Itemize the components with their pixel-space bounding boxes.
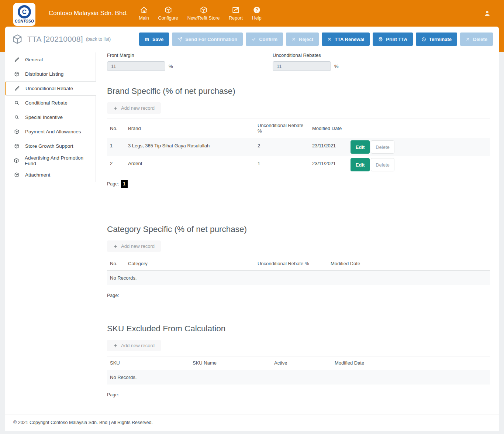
sidebar-item-unconditional-rebate[interactable]: Unconditional Rebate xyxy=(5,81,96,96)
sku-excluded-section: SKU Excluded From Calculation Add new re… xyxy=(107,324,490,399)
back-to-list-link[interactable]: (back to list) xyxy=(86,37,111,42)
unconditional-rebates-input[interactable] xyxy=(273,61,331,71)
page-title: TTA [20210008] xyxy=(27,35,83,44)
cross-icon xyxy=(291,37,296,41)
col-header-rebate: Unconditional Rebate % xyxy=(255,119,309,138)
footer: © 2021 Copyright Contoso Malaysia Sdn. B… xyxy=(5,414,499,431)
rebate-summary-form: Front Margin % Unconditional Rebates % xyxy=(107,52,490,71)
ban-icon xyxy=(421,37,426,42)
chart-icon xyxy=(232,6,240,14)
cube-icon xyxy=(14,172,20,178)
nav-item-new-refit-store[interactable]: New/Refit Store xyxy=(186,5,221,21)
cell-rebate: 1 xyxy=(255,156,309,174)
delete-button[interactable]: Delete xyxy=(460,33,493,46)
sidebar: General Distributor Listing Unconditiona… xyxy=(5,52,96,414)
cube-icon xyxy=(14,158,19,163)
cube-icon xyxy=(14,143,20,149)
col-header-sku: SKU xyxy=(107,356,190,370)
sidebar-item-attachment[interactable]: Attachment xyxy=(5,168,96,182)
front-margin-group: Front Margin % xyxy=(107,52,273,71)
edit-button[interactable]: Edit xyxy=(351,158,370,171)
page-label: Page: xyxy=(107,392,119,397)
sidebar-item-distributor-listing[interactable]: Distributor Listing xyxy=(5,67,96,81)
category-section-title: Category Specific (% of net purchase) xyxy=(107,225,490,234)
cell-no: 2 xyxy=(107,156,125,174)
contoso-logo-icon: C xyxy=(18,5,31,18)
help-icon xyxy=(253,6,261,14)
category-add-new-record-button[interactable]: Add new record xyxy=(107,240,161,252)
sidebar-item-general[interactable]: General xyxy=(5,52,96,67)
send-icon xyxy=(177,37,182,42)
col-header-no: No. xyxy=(107,257,125,271)
sidebar-item-conditional-rebate[interactable]: Conditional Rebate xyxy=(5,96,96,110)
front-margin-input[interactable] xyxy=(107,61,165,71)
col-header-modified: Modified Date xyxy=(332,356,490,370)
reject-button[interactable]: Reject xyxy=(286,33,319,46)
table-row: 2 Ardent 1 23/11/2021 Edit Delete xyxy=(107,156,490,174)
category-specific-section: Category Specific (% of net purchase) Ad… xyxy=(107,225,490,300)
col-header-rebate: Unconditional Rebate % xyxy=(255,257,328,271)
no-records-text: No Records. xyxy=(107,271,490,286)
unconditional-rebates-group: Unconditional Rebates % xyxy=(273,52,438,71)
main-nav: Main Configure New/Refit Store Report He… xyxy=(138,5,263,21)
cell-rebate: 2 xyxy=(255,138,309,156)
front-margin-label: Front Margin xyxy=(107,52,273,58)
sidebar-item-special-incentive[interactable]: Special Incentive xyxy=(5,110,96,124)
cube-icon xyxy=(164,6,172,14)
title-bar: TTA [20210008] (back to list) Save Send … xyxy=(5,27,499,52)
cube-icon xyxy=(14,129,20,134)
cube-icon xyxy=(200,6,208,14)
col-header-modified: Modified Date xyxy=(309,119,351,138)
nav-label: Main xyxy=(139,16,149,21)
save-button[interactable]: Save xyxy=(139,33,169,46)
sidebar-item-store-growth-support[interactable]: Store Growth Support xyxy=(5,139,96,153)
contoso-logo[interactable]: C CONTOSO xyxy=(13,3,35,26)
no-records-row: No Records. xyxy=(107,370,490,385)
nav-item-configure[interactable]: Configure xyxy=(157,5,180,21)
cross-icon xyxy=(327,37,332,41)
percent-suffix: % xyxy=(334,64,339,69)
col-header-active: Active xyxy=(271,356,332,370)
cross-icon xyxy=(466,37,470,41)
search-icon xyxy=(14,115,20,120)
tta-renewal-button[interactable]: TTA Renewal xyxy=(322,33,370,46)
logo-wordmark: CONTOSO xyxy=(15,19,34,23)
nav-item-report[interactable]: Report xyxy=(227,5,244,21)
home-icon xyxy=(140,6,148,14)
nav-item-help[interactable]: Help xyxy=(251,5,263,21)
send-for-confirmation-button[interactable]: Send For Confirmation xyxy=(172,33,243,46)
brand-specific-section: Brand Specific (% of net purchase) Add n… xyxy=(107,86,490,188)
percent-suffix: % xyxy=(169,64,173,69)
check-icon xyxy=(251,37,256,42)
save-icon xyxy=(145,37,149,42)
brand-add-new-record-button[interactable]: Add new record xyxy=(107,102,161,114)
cell-modified: 23/11/2021 xyxy=(309,156,351,174)
copyright-text: © 2021 Copyright Contoso Malaysia Sdn. B… xyxy=(13,420,153,425)
cell-brand: 3 Legs, 365 Tip Sihat Gaya Rasulullah xyxy=(125,138,255,156)
page-number-button[interactable]: 1 xyxy=(121,180,128,188)
plus-icon xyxy=(113,244,118,249)
edit-button[interactable]: Edit xyxy=(351,140,370,154)
col-header-no: No. xyxy=(107,119,125,138)
plus-icon xyxy=(113,106,118,110)
search-icon xyxy=(14,100,20,106)
cell-modified: 23/11/2021 xyxy=(309,138,351,156)
nav-label: Report xyxy=(229,16,243,21)
table-row: 1 3 Legs, 365 Tip Sihat Gaya Rasulullah … xyxy=(107,138,490,156)
sidebar-item-payment-and-allowances[interactable]: Payment And Allowances xyxy=(5,124,96,139)
user-icon[interactable] xyxy=(484,10,491,17)
confirm-button[interactable]: Confirm xyxy=(246,33,283,46)
brand-section-title: Brand Specific (% of net purchase) xyxy=(107,86,490,96)
print-tta-button[interactable]: Print TTA xyxy=(373,33,413,46)
sku-add-new-record-button[interactable]: Add new record xyxy=(107,340,161,351)
app-header: C CONTOSO Contoso Malaysia Sdn. Bhd. Mai… xyxy=(0,0,504,27)
terminate-button[interactable]: Terminate xyxy=(416,33,457,46)
sidebar-item-advertising-and-promotion-fund[interactable]: Advertising And Promotion Fund xyxy=(5,153,96,168)
main-content: Front Margin % Unconditional Rebates % xyxy=(96,52,499,414)
delete-row-button[interactable]: Delete xyxy=(371,140,394,154)
main-card: TTA [20210008] (back to list) Save Send … xyxy=(5,27,499,431)
nav-item-main[interactable]: Main xyxy=(138,5,151,21)
pencil-icon xyxy=(14,57,20,62)
card-body: General Distributor Listing Unconditiona… xyxy=(5,52,499,414)
delete-row-button[interactable]: Delete xyxy=(371,158,394,171)
